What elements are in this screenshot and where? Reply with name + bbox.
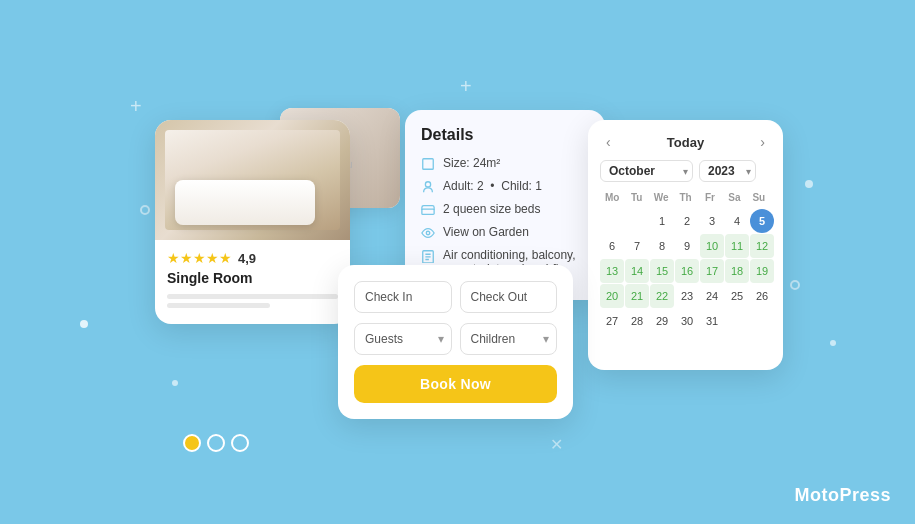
- calendar-day[interactable]: 3: [700, 209, 724, 233]
- calendar-day[interactable]: 25: [725, 284, 749, 308]
- calendar-day[interactable]: 2: [675, 209, 699, 233]
- calendar-day[interactable]: 4: [725, 209, 749, 233]
- card-dot-3[interactable]: [231, 434, 249, 452]
- deco-circle-2: [790, 280, 800, 290]
- calendar-day[interactable]: 27: [600, 309, 624, 333]
- weekday-su: Su: [747, 190, 771, 205]
- weekday-tu: Tu: [624, 190, 648, 205]
- calendar-days: 1234567891011121314151617181920212223242…: [600, 209, 771, 358]
- calendar-weekdays: Mo Tu We Th Fr Sa Su: [600, 190, 771, 205]
- weekday-mo: Mo: [600, 190, 624, 205]
- card-dot-2[interactable]: [207, 434, 225, 452]
- weekday-fr: Fr: [698, 190, 722, 205]
- book-now-button[interactable]: Book Now: [354, 365, 557, 403]
- hotel-card-body: ★★★★★ 4,9 Single Room: [155, 240, 350, 324]
- calendar-day[interactable]: 9: [675, 234, 699, 258]
- calendar-day[interactable]: 8: [650, 234, 674, 258]
- calendar-day[interactable]: 20: [600, 284, 624, 308]
- month-select[interactable]: JanuaryFebruaryMarch AprilMayJune JulyAu…: [600, 160, 693, 182]
- calendar-month-row: JanuaryFebruaryMarch AprilMayJune JulyAu…: [600, 160, 771, 182]
- calendar-day[interactable]: 24: [700, 284, 724, 308]
- star-icons: ★★★★★: [167, 250, 232, 266]
- detail-view-text: View on Garden: [443, 225, 529, 239]
- bed-icon: [421, 203, 435, 217]
- deco-circle-1: [140, 205, 150, 215]
- children-select[interactable]: Children 0 1 2 3: [460, 323, 558, 355]
- calendar-day[interactable]: 15: [650, 259, 674, 283]
- year-select[interactable]: 2022 2023 2024: [699, 160, 756, 182]
- deco-dot-1: [805, 180, 813, 188]
- calendar-day[interactable]: 21: [625, 284, 649, 308]
- hotel-description-lines: [167, 294, 338, 308]
- calendar-day[interactable]: 16: [675, 259, 699, 283]
- size-icon: [421, 157, 435, 171]
- calendar-day: [625, 209, 649, 233]
- detail-beds-text: 2 queen size beds: [443, 202, 540, 216]
- person-icon: [421, 180, 435, 194]
- calendar-day[interactable]: 14: [625, 259, 649, 283]
- motopress-logo: MotoPress: [794, 485, 891, 506]
- detail-persons-text: Adult: 2 • Child: 1: [443, 179, 542, 193]
- weekday-we: We: [649, 190, 673, 205]
- calendar-day[interactable]: 13: [600, 259, 624, 283]
- svg-point-3: [426, 231, 430, 235]
- hotel-card: ★★★★★ 4,9 Single Room: [155, 120, 350, 324]
- calendar-day[interactable]: 31: [700, 309, 724, 333]
- booking-widget: Check In Check Out Guests 1 2 3 4 Childr…: [338, 265, 573, 419]
- check-out-field[interactable]: Check Out: [460, 281, 558, 313]
- deco-plus-2: +: [460, 75, 472, 98]
- calendar-day[interactable]: 29: [650, 309, 674, 333]
- booking-dates-row: Check In Check Out: [354, 281, 557, 313]
- details-title: Details: [421, 126, 589, 144]
- calendar-day: [600, 209, 624, 233]
- calendar-day[interactable]: 26: [750, 284, 774, 308]
- eye-icon: [421, 226, 435, 240]
- calendar-today-label: Today: [667, 135, 704, 150]
- calendar-day: [625, 334, 649, 358]
- calendar-day[interactable]: 10: [700, 234, 724, 258]
- deco-x-3: ✕: [550, 435, 563, 454]
- calendar-day[interactable]: 6: [600, 234, 624, 258]
- hotel-rating: ★★★★★ 4,9: [167, 250, 338, 266]
- calendar-day[interactable]: 1: [650, 209, 674, 233]
- desc-line-2: [167, 303, 270, 308]
- detail-row-view: View on Garden: [421, 225, 589, 240]
- calendar-day[interactable]: 11: [725, 234, 749, 258]
- svg-rect-0: [423, 159, 434, 170]
- calendar-header: ‹ Today ›: [600, 132, 771, 152]
- deco-dot-4: [80, 320, 88, 328]
- month-select-wrapper: JanuaryFebruaryMarch AprilMayJune JulyAu…: [600, 160, 693, 182]
- card-dots: [183, 434, 249, 452]
- detail-size-text: Size: 24m²: [443, 156, 500, 170]
- check-in-field[interactable]: Check In: [354, 281, 452, 313]
- calendar-day[interactable]: 22: [650, 284, 674, 308]
- detail-row-persons: Adult: 2 • Child: 1: [421, 179, 589, 194]
- calendar-day[interactable]: 28: [625, 309, 649, 333]
- calendar-grid: Mo Tu We Th Fr Sa Su 1234567891011121314…: [600, 190, 771, 358]
- calendar-prev-button[interactable]: ‹: [600, 132, 617, 152]
- svg-point-1: [425, 182, 430, 187]
- calendar-day[interactable]: 7: [625, 234, 649, 258]
- deco-dot-3: [172, 380, 178, 386]
- children-select-wrapper: Children 0 1 2 3: [460, 323, 558, 355]
- calendar-next-button[interactable]: ›: [754, 132, 771, 152]
- svg-rect-2: [422, 209, 434, 214]
- calendar-day[interactable]: 19: [750, 259, 774, 283]
- calendar-day[interactable]: 17: [700, 259, 724, 283]
- amenities-icon: [421, 249, 435, 263]
- guests-select-wrapper: Guests 1 2 3 4: [354, 323, 452, 355]
- card-dot-1[interactable]: [183, 434, 201, 452]
- calendar-day[interactable]: 30: [675, 309, 699, 333]
- calendar-day: [725, 309, 749, 333]
- calendar-day[interactable]: 18: [725, 259, 749, 283]
- guests-select[interactable]: Guests 1 2 3 4: [354, 323, 452, 355]
- calendar-day[interactable]: 23: [675, 284, 699, 308]
- calendar-day: [750, 309, 774, 333]
- deco-plus-1: +: [130, 95, 142, 118]
- weekday-th: Th: [673, 190, 697, 205]
- detail-row-beds: 2 queen size beds: [421, 202, 589, 217]
- rating-value: 4,9: [238, 251, 256, 266]
- booking-selects-row: Guests 1 2 3 4 Children 0 1 2 3: [354, 323, 557, 355]
- calendar-day[interactable]: 5: [750, 209, 774, 233]
- calendar-day[interactable]: 12: [750, 234, 774, 258]
